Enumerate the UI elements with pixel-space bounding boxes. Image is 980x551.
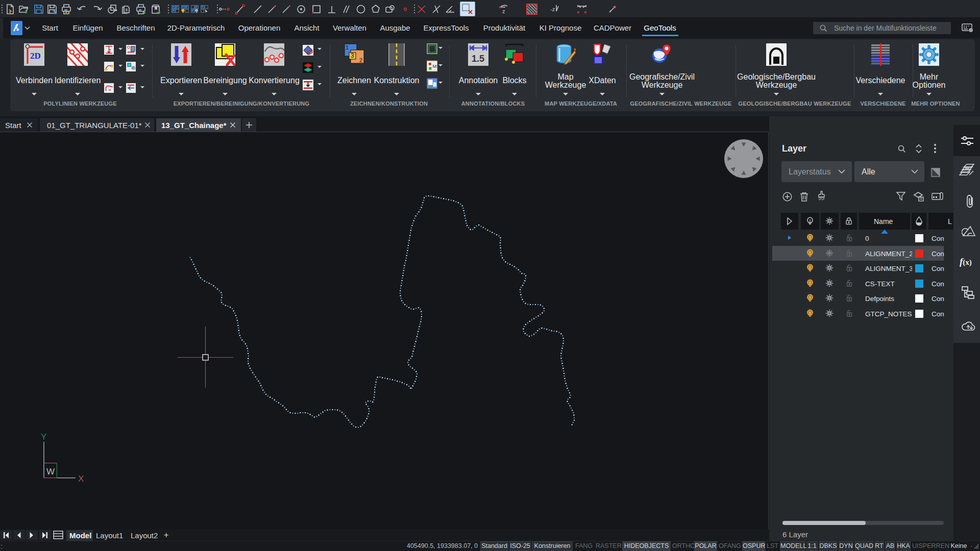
svg-text:1.5: 1.5 xyxy=(472,54,484,64)
svg-text:Y: Y xyxy=(41,432,46,442)
svg-text:iB: iB xyxy=(131,65,135,70)
svg-text:X: X xyxy=(78,474,84,484)
svg-text:3: 3 xyxy=(351,52,354,59)
svg-text:W: W xyxy=(46,467,55,477)
svg-text:30: 30 xyxy=(430,47,435,53)
svg-text:2: 2 xyxy=(359,57,362,63)
svg-text:1: 1 xyxy=(346,44,349,51)
svg-text:z: z xyxy=(502,8,505,14)
svg-text:-z: -z xyxy=(550,6,555,12)
svg-text:2D: 2D xyxy=(30,51,41,61)
svg-text:M: M xyxy=(433,63,437,69)
